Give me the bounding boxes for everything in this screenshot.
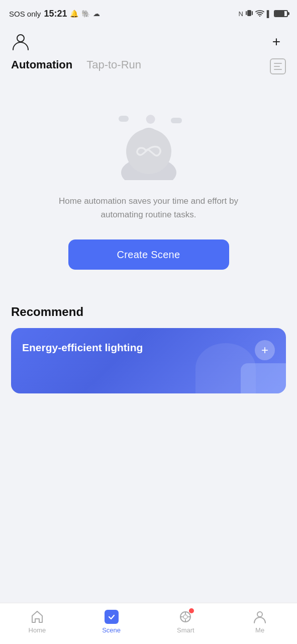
automation-circle [126,129,171,174]
status-time: 15:21 [44,9,67,19]
recommend-section: Recommend Energy-efficient lighting + [0,290,297,404]
create-scene-button[interactable]: Create Scene [68,239,229,270]
nav-home-label: Home [29,626,46,634]
scene-icon [104,609,119,624]
nfc-icon: N [238,10,243,18]
nav-item-scene[interactable]: Scene [91,609,132,634]
vibrate-icon [246,9,253,19]
status-left: SOS only 15:21 🔔 🐘 ☁ [9,9,100,19]
empty-description: Home automation saves your time and effo… [58,194,239,221]
svg-rect-1 [246,11,247,15]
status-right: N ▌ [238,9,288,19]
tab-automation[interactable]: Automation [11,58,72,74]
card-peek-decoration [241,363,286,393]
nav-item-me[interactable]: Me [240,609,280,634]
svg-point-3 [259,15,260,16]
svg-point-13 [257,612,262,617]
nav-item-smart[interactable]: Smart [165,609,206,634]
signal-icon: ▌ [267,10,271,18]
status-sos-text: SOS only [9,10,41,18]
me-icon [252,609,267,624]
home-icon [30,609,45,624]
smart-notification-dot [189,608,194,613]
user-icon[interactable] [11,32,30,51]
battery-icon [274,10,288,17]
recommend-card[interactable]: Energy-efficient lighting + [11,328,286,393]
tabs-left: Automation Tap-to-Run [11,58,141,74]
nav-me-label: Me [255,626,264,634]
evernote-icon: 🐘 [81,10,90,18]
cloud-right-decoration [171,118,182,123]
smart-icon [178,609,193,624]
svg-point-8 [183,615,187,619]
tabs-row: Automation Tap-to-Run [0,55,297,74]
list-view-icon[interactable] [270,58,286,74]
svg-rect-0 [247,10,251,16]
nav-scene-label: Scene [102,626,121,634]
nav-smart-label: Smart [177,626,194,634]
add-button[interactable]: + [267,32,286,51]
bell-icon: 🔔 [70,10,78,18]
svg-point-4 [17,35,24,42]
wifi-icon [255,10,264,18]
tab-tap-to-run[interactable]: Tap-to-Run [86,58,141,74]
sun-decoration [146,115,155,124]
empty-state: Home automation saves your time and effo… [0,85,297,290]
empty-illustration [109,115,189,180]
svg-rect-2 [252,11,253,15]
status-bar: SOS only 15:21 🔔 🐘 ☁ N ▌ [0,0,297,27]
recommend-card-title: Energy-efficient lighting [22,340,143,355]
nav-item-home[interactable]: Home [17,609,57,634]
recommend-add-button[interactable]: + [255,340,275,360]
recommend-title: Recommend [11,305,286,319]
header: + [0,27,297,55]
cloud-icon: ☁ [93,10,100,18]
cloud-left-decoration [119,116,129,122]
bottom-nav: Home Scene Smart [0,603,297,644]
